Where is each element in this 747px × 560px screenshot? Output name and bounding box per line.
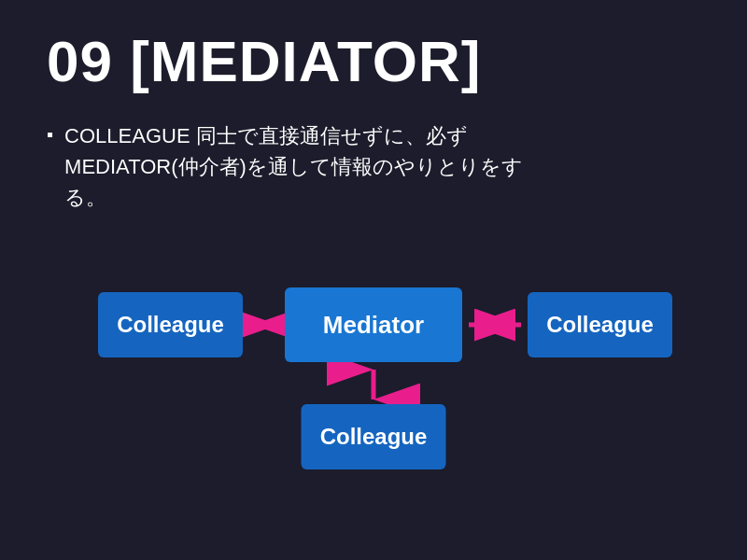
mediator-box: Mediator (285, 287, 462, 362)
bullet-item: ▪ COLLEAGUE 同士で直接通信せずに、必ず MEDIATOR(仲介者)を… (47, 120, 700, 213)
bullet-marker: ▪ (47, 124, 53, 146)
bullet-section: ▪ COLLEAGUE 同士で直接通信せずに、必ず MEDIATOR(仲介者)を… (47, 120, 700, 213)
colleague-right-box: Colleague (528, 292, 672, 357)
colleague-left-box: Colleague (98, 292, 243, 357)
colleague-bottom-label: Colleague (320, 424, 428, 450)
bullet-text: COLLEAGUE 同士で直接通信せずに、必ず MEDIATOR(仲介者)を通し… (64, 120, 523, 213)
colleague-bottom-box: Colleague (302, 404, 446, 469)
diagram: Colleague Mediator Colleague Colleague (47, 241, 700, 483)
mediator-label: Mediator (323, 311, 424, 340)
colleague-right-label: Colleague (546, 312, 654, 338)
slide-container: 09 [MEDIATOR] ▪ COLLEAGUE 同士で直接通信せずに、必ず … (0, 0, 747, 560)
slide-title: 09 [MEDIATOR] (47, 28, 700, 94)
colleague-left-label: Colleague (117, 312, 224, 338)
